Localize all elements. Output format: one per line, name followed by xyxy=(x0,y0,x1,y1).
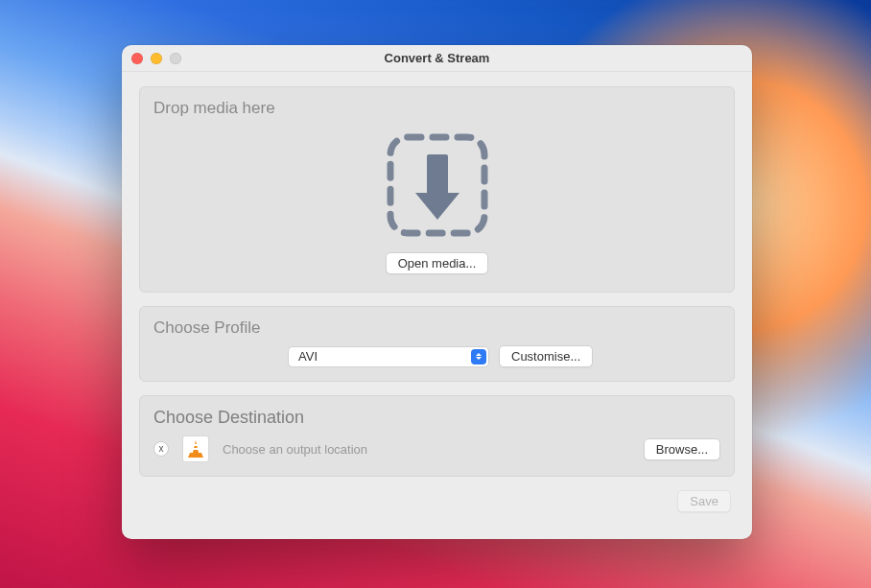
svg-rect-5 xyxy=(193,448,199,450)
choose-profile-panel: Choose Profile AVI Customise... xyxy=(139,306,735,382)
convert-stream-window: Convert & Stream Drop media here Open me… xyxy=(122,45,752,539)
choose-destination-title: Choose Destination xyxy=(153,408,720,428)
svg-marker-3 xyxy=(193,440,199,453)
window-content: Drop media here Open media... Choose Pro… xyxy=(122,72,752,539)
minimize-window-button[interactable] xyxy=(151,53,162,64)
close-window-button[interactable] xyxy=(131,53,143,64)
titlebar: Convert & Stream xyxy=(122,45,752,72)
drop-media-title: Drop media here xyxy=(153,99,275,118)
download-arrow-icon xyxy=(385,131,490,243)
vlc-cone-icon xyxy=(182,435,209,462)
updown-caret-icon xyxy=(471,349,486,365)
drop-media-panel[interactable]: Drop media here Open media... xyxy=(139,86,735,293)
choose-profile-title: Choose Profile xyxy=(153,318,720,338)
zoom-window-button[interactable] xyxy=(170,53,181,64)
svg-marker-6 xyxy=(188,453,203,458)
profile-select-value: AVI xyxy=(298,349,318,364)
svg-rect-1 xyxy=(427,154,448,197)
browse-button[interactable]: Browse... xyxy=(644,438,720,460)
save-button: Save xyxy=(677,490,731,512)
choose-destination-panel: Choose Destination x Choose an output lo… xyxy=(139,395,735,477)
destination-hint: Choose an output location xyxy=(223,442,367,457)
window-controls xyxy=(131,53,181,64)
customise-button[interactable]: Customise... xyxy=(499,345,593,367)
svg-rect-4 xyxy=(194,444,199,446)
footer: Save xyxy=(139,490,735,512)
svg-marker-2 xyxy=(415,193,459,220)
clear-destination-button[interactable]: x xyxy=(153,441,169,457)
profile-select[interactable]: AVI xyxy=(288,346,489,367)
window-title: Convert & Stream xyxy=(385,51,490,65)
open-media-button[interactable]: Open media... xyxy=(386,252,489,274)
